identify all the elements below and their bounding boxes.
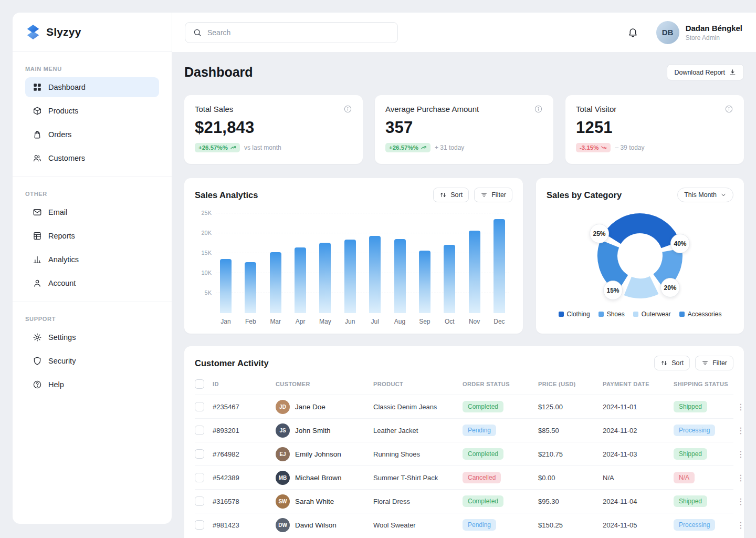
- gear-icon: [33, 333, 42, 342]
- bar-column: May: [317, 213, 333, 328]
- stat-title: Total Visitor: [576, 105, 616, 113]
- column-header-product: PRODUCT: [373, 381, 463, 387]
- customer-cell: EJEmily Johnson: [276, 447, 373, 461]
- payment-date: 2024-11-02: [603, 427, 674, 434]
- customer-cell: DWDavid Wilson: [276, 518, 373, 532]
- download-report-button[interactable]: Download Report: [667, 64, 744, 80]
- sidebar-item-label: Dashboard: [48, 83, 86, 91]
- sidebar-item-orders[interactable]: Orders: [25, 125, 159, 144]
- table-header-row: ID CUSTOMER PRODUCT ORDER STATUS PRICE (…: [195, 374, 733, 395]
- select-all-checkbox[interactable]: [195, 379, 204, 389]
- payment-date: 2024-11-04: [603, 498, 674, 505]
- sidebar-item-customers[interactable]: Customers: [25, 148, 159, 168]
- header-right: DB Dadan Béngkel Store Admin: [627, 21, 742, 44]
- customer-name: Emily Johnson: [295, 450, 341, 458]
- users-icon: [33, 153, 42, 163]
- order-id: #542389: [213, 474, 276, 482]
- sidebar-item-settings[interactable]: Settings: [25, 327, 159, 347]
- bar-plot: 25K20K15K10K5K JanFebMarAprMayJunJulAugS…: [216, 213, 509, 328]
- table-sort-button[interactable]: Sort: [654, 356, 690, 370]
- sidebar-divider: [13, 177, 172, 177]
- price-value: $210.75: [538, 450, 603, 458]
- order-status-pill: Completed: [463, 448, 503, 460]
- row-menu-icon[interactable]: ⋮: [737, 402, 748, 412]
- user-avatar[interactable]: DB: [656, 21, 679, 44]
- row-menu-icon[interactable]: ⋮: [737, 449, 748, 459]
- brand-logo-icon: [25, 24, 41, 40]
- row-menu-icon[interactable]: ⋮: [737, 520, 748, 530]
- y-axis-label: 25K: [195, 210, 212, 216]
- trend-up-icon: [230, 144, 236, 151]
- x-axis-label: Aug: [394, 318, 405, 328]
- customer-avatar: DW: [276, 518, 290, 532]
- x-axis-label: Feb: [245, 318, 256, 328]
- sidebar-item-label: Analytics: [48, 255, 79, 264]
- stat-value: 357: [385, 118, 543, 137]
- order-id: #981423: [213, 521, 276, 529]
- sidebar-item-analytics[interactable]: Analytics: [25, 250, 159, 270]
- download-icon: [729, 68, 737, 76]
- search-box[interactable]: [185, 22, 398, 43]
- product-name: Classic Denim Jeans: [373, 403, 463, 411]
- stat-trend-badge: -3.15%: [576, 143, 611, 152]
- sidebar-item-help[interactable]: Help: [25, 375, 159, 395]
- period-select[interactable]: This Month: [677, 188, 733, 202]
- info-icon[interactable]: [343, 105, 352, 113]
- sales-by-category-card: Sales by Category This Month 25% 40% 20%…: [536, 178, 744, 334]
- sidebar-item-security[interactable]: Security: [25, 351, 159, 371]
- person-icon: [33, 278, 42, 288]
- shipping-status-pill: Shipped: [674, 495, 707, 507]
- info-icon[interactable]: [534, 105, 543, 113]
- sidebar-item-email[interactable]: Email: [25, 202, 159, 222]
- sales-analytics-title: Sales Analytics: [195, 190, 258, 200]
- row-checkbox[interactable]: [195, 496, 204, 506]
- bar-column: Sep: [417, 213, 433, 328]
- row-checkbox[interactable]: [195, 449, 204, 459]
- notification-bell-icon[interactable]: [627, 27, 638, 38]
- y-axis-label: 10K: [195, 270, 212, 276]
- order-status-pill: Pending: [463, 425, 496, 436]
- filter-button[interactable]: Filter: [474, 188, 512, 202]
- shopping-bag-icon: [33, 130, 42, 139]
- donut-chart: 25% 40% 20% 15%: [593, 209, 687, 303]
- bar: [444, 245, 455, 313]
- sidebar-item-account[interactable]: Account: [25, 273, 159, 293]
- package-icon: [33, 106, 42, 116]
- sidebar-item-products[interactable]: Products: [25, 101, 159, 121]
- sidebar-divider: [13, 302, 172, 302]
- bar: [494, 219, 505, 313]
- table-row: #542389 MBMichael Brown Summer T-Shirt P…: [195, 465, 733, 489]
- row-checkbox[interactable]: [195, 426, 204, 435]
- row-checkbox[interactable]: [195, 520, 204, 530]
- x-axis-label: Sep: [419, 318, 430, 328]
- row-menu-icon[interactable]: ⋮: [737, 473, 748, 483]
- sidebar-item-label: Orders: [48, 130, 71, 139]
- search-input[interactable]: [207, 28, 390, 37]
- sidebar-item-dashboard[interactable]: Dashboard: [25, 77, 159, 97]
- sort-button[interactable]: Sort: [433, 188, 469, 202]
- page-title: Dashboard: [184, 65, 253, 80]
- sales-by-category-title: Sales by Category: [547, 190, 622, 200]
- row-checkbox[interactable]: [195, 473, 204, 482]
- trend-up-icon: [421, 144, 427, 151]
- row-menu-icon[interactable]: ⋮: [737, 496, 748, 506]
- product-name: Wool Sweater: [373, 521, 463, 529]
- row-menu-icon[interactable]: ⋮: [737, 426, 748, 436]
- sidebar-item-reports[interactable]: Reports: [25, 226, 159, 246]
- product-name: Running Shoes: [373, 450, 463, 458]
- customer-name: Sarah White: [295, 498, 334, 505]
- customer-name: John Smith: [295, 427, 331, 434]
- table-filter-button[interactable]: Filter: [695, 356, 733, 370]
- sidebar-item-label: Email: [48, 208, 67, 216]
- sales-analytics-card: Sales Analytics Sort Filter 25K20K15K10K…: [184, 178, 523, 334]
- x-axis-label: Oct: [445, 318, 455, 328]
- stat-value: $21,843: [195, 118, 352, 137]
- legend-item-clothing: Clothing: [559, 311, 590, 318]
- sidebar-item-label: Products: [48, 107, 78, 115]
- donut-label-accessories: 25%: [590, 224, 609, 243]
- row-checkbox[interactable]: [195, 402, 204, 411]
- info-icon[interactable]: [724, 105, 733, 113]
- bar: [319, 243, 331, 313]
- customer-avatar: SW: [276, 494, 290, 509]
- stat-subtext: – 39 today: [615, 144, 644, 151]
